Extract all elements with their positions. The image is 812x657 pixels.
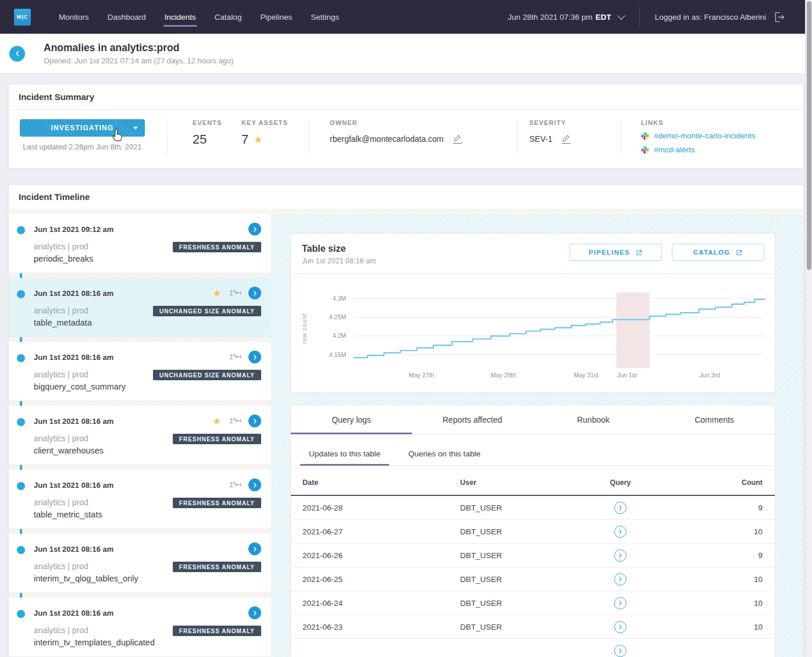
view-query-button[interactable] (614, 549, 626, 562)
timeline-dot (17, 354, 25, 362)
open-event-chevron-button[interactable] (248, 415, 261, 427)
top-nav: M|C MonitorsDashboardIncidentsCatalogPip… (0, 0, 812, 34)
table-row: 2021-06-23DBT_USER10 (291, 615, 775, 639)
timeline-item-client-warehouses[interactable]: Jun 1st 2021 08:16 am★1st↤analytics | pr… (9, 406, 271, 465)
table-row: 2021-06-26DBT_USER9 (291, 544, 775, 567)
subtab-queries-on-this-table[interactable]: Queries on this table (400, 444, 489, 465)
timeline-item-interim-tv-qlog-tables-only[interactable]: Jun 1st 2021 08:16 amanalytics | prodint… (9, 534, 271, 593)
table-row: 2021-06-25DBT_USER10 (291, 567, 775, 591)
nav-item-settings[interactable]: Settings (301, 0, 348, 34)
timeline-item-table: client_warehouses (34, 446, 104, 455)
open-event-chevron-button[interactable] (248, 351, 261, 363)
back-button[interactable] (9, 46, 25, 62)
view-query-button[interactable] (614, 645, 626, 657)
timeline-item-date: Jun 1st 2021 08:16 am (34, 417, 113, 426)
open-event-chevron-button[interactable] (248, 606, 261, 619)
view-query-button[interactable] (614, 621, 626, 633)
timeline-item-interim-tv-templates-duplicated[interactable]: Jun 1st 2021 08:16 amanalytics | prodint… (9, 598, 271, 657)
page-subtitle: Opened: Jun 1st 2021 07:14 am (27 days, … (44, 56, 234, 65)
timeline-item-table: periodic_breaks (34, 254, 93, 263)
table-row: 2021-06-27DBT_USER10 (291, 520, 775, 544)
cell-count: 10 (711, 623, 775, 631)
tab-reports-affected[interactable]: Reports affected (412, 405, 533, 434)
timeline-item-date: Jun 1st 2021 08:16 am (34, 353, 113, 362)
cell-count: 9 (711, 504, 775, 512)
open-event-chevron-button[interactable] (248, 542, 261, 555)
timeline-detail-panel: Table size Jun 1st 2021 08:16 am PIPELIN… (271, 214, 804, 657)
cell-user: DBT_USER (448, 527, 530, 536)
svg-text:4.3M: 4.3M (333, 295, 346, 302)
timeline-list: Jun 1st 2021 09:12 amanalytics | prodper… (9, 214, 271, 657)
incident-band (616, 292, 649, 368)
open-event-chevron-button[interactable] (248, 479, 261, 491)
anomaly-type-badge: FRESHNESS ANOMALY (173, 434, 261, 444)
col-header-user: User (448, 479, 530, 487)
timeline-item-bigquery-cost-summary[interactable]: Jun 1st 2021 08:16 am1st↤analytics | pro… (9, 342, 271, 401)
cell-date: 2021-06-26 (291, 551, 448, 560)
cell-date: 2021-06-23 (291, 623, 448, 631)
slack-link-mcd-alerts[interactable]: #mcd-alerts (641, 145, 803, 154)
open-event-chevron-button[interactable] (248, 287, 261, 299)
nav-item-incidents[interactable]: Incidents (155, 0, 205, 34)
subtab-updates-to-this-table[interactable]: Updates to this table (300, 444, 389, 465)
status-dropdown-button[interactable]: INVESTIGATING (20, 119, 145, 137)
timeline-item-table-metric-stats[interactable]: Jun 1st 2021 08:16 am1st↤analytics | pro… (9, 470, 271, 529)
timeline-item-periodic-breaks[interactable]: Jun 1st 2021 09:12 amanalytics | prodper… (9, 214, 271, 273)
cell-count: 10 (711, 599, 775, 608)
cell-user: DBT_USER (448, 599, 530, 608)
view-query-button[interactable] (614, 573, 626, 585)
table-row: 2021-06-28DBT_USER9 (291, 496, 775, 520)
query-log-table: Date User Query Count 2021-06-28DBT_USER… (291, 470, 775, 657)
open-event-chevron-button[interactable] (248, 223, 261, 235)
catalog-button[interactable]: CATALOG (672, 244, 764, 261)
cell-date: 2021-06-25 (291, 575, 448, 584)
query-table-header: Date User Query Count (291, 470, 775, 496)
svg-text:May 31st: May 31st (574, 372, 599, 379)
svg-text:May 27th: May 27th (409, 372, 434, 379)
nav-item-catalog[interactable]: Catalog (205, 0, 251, 34)
tab-comments[interactable]: Comments (654, 405, 775, 434)
timeline-dot (17, 290, 25, 298)
first-occurrence-icon: 1st↤ (229, 417, 241, 424)
severity-value: SEV-1 (529, 134, 553, 144)
nav-item-monitors[interactable]: Monitors (49, 0, 98, 34)
cell-count: 10 (711, 527, 775, 536)
section-strip (9, 209, 803, 214)
datetime-dropdown[interactable]: Jun 28th 2021 07:36 pm EDT (508, 13, 623, 22)
timeline-item-table-metadata[interactable]: Jun 1st 2021 08:16 am★1st↤analytics | pr… (9, 278, 271, 337)
timeline-item-schema: analytics | prod (34, 562, 138, 571)
col-header-date: Date (291, 479, 448, 487)
monte-carlo-logo[interactable]: M|C (14, 9, 31, 26)
tab-runbook[interactable]: Runbook (533, 405, 654, 434)
anomaly-type-badge: UNCHANGED SIZE ANOMALY (153, 370, 261, 380)
chart-svg: 4.15M4.2M4.25M4.3MMay 27thMay 29thMay 31… (291, 274, 775, 389)
edit-owner-pencil-icon[interactable] (453, 134, 462, 144)
slack-link-label: #demo-monte-carlo-incidents (654, 131, 756, 140)
view-query-button[interactable] (614, 526, 626, 538)
timeline-item-schema: analytics | prod (34, 434, 104, 443)
cell-count: 10 (711, 575, 775, 584)
view-query-button[interactable] (614, 502, 626, 514)
timeline-item-schema: analytics | prod (34, 498, 102, 507)
logout-icon[interactable] (773, 11, 785, 23)
view-query-button[interactable] (614, 597, 626, 609)
slack-link-demo-monte-carlo-incidents[interactable]: #demo-monte-carlo-incidents (641, 131, 803, 140)
incident-summary-card: Incident Summary INVESTIGATING Last upda… (8, 84, 804, 169)
pipelines-button[interactable]: PIPELINES (569, 244, 662, 261)
table-size-subtitle: Jun 1st 2021 08:16 am (302, 257, 376, 265)
svg-text:4.15M: 4.15M (329, 351, 346, 358)
first-occurrence-icon: 1st↤ (229, 481, 241, 488)
timeline-item-date: Jun 1st 2021 08:16 am (34, 289, 113, 298)
edit-severity-pencil-icon[interactable] (562, 134, 571, 144)
tab-query-logs[interactable]: Query logs (291, 405, 412, 434)
col-header-query: Query (530, 479, 711, 487)
cell-user: DBT_USER (448, 575, 530, 584)
timeline-item-table: interim_tv_qlog_tables_only (34, 574, 138, 583)
nav-item-pipelines[interactable]: Pipelines (251, 0, 301, 34)
first-occurrence-icon: 1st↤ (229, 289, 241, 297)
nav-item-dashboard[interactable]: Dashboard (98, 0, 155, 34)
cell-date: 2021-06-24 (291, 599, 448, 608)
col-header-count: Count (711, 479, 775, 487)
scrollbar-thumb[interactable] (807, 1, 811, 270)
key-assets-value: 7 (241, 132, 248, 147)
